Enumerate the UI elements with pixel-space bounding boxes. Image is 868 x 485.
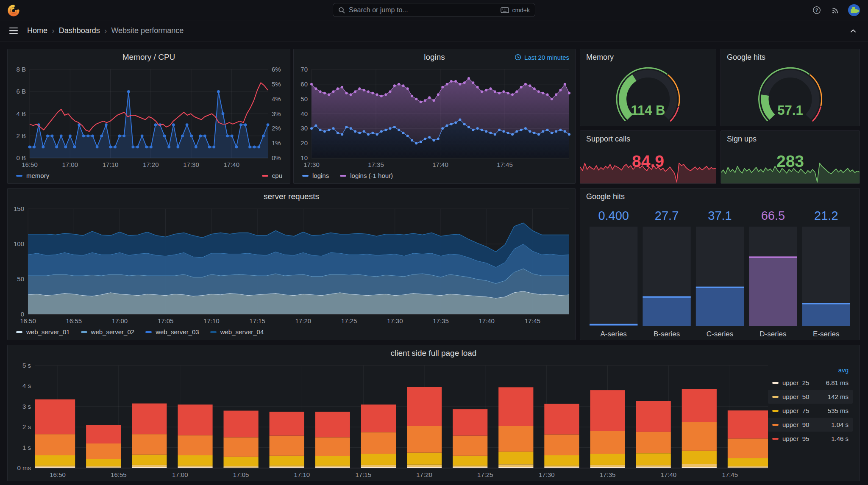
svg-text:17:00: 17:00 bbox=[62, 161, 78, 168]
grafana-logo[interactable] bbox=[7, 3, 20, 17]
sign-ups-chart[interactable]: 283 bbox=[721, 147, 860, 183]
svg-text:0.400: 0.400 bbox=[598, 209, 629, 222]
breadcrumb-dashboards[interactable]: Dashboards bbox=[59, 26, 100, 35]
legend-item[interactable]: web_server_02 bbox=[81, 328, 135, 335]
panel-title[interactable]: Support calls bbox=[586, 135, 630, 144]
divider bbox=[839, 25, 839, 36]
search-icon bbox=[338, 7, 345, 14]
legend-swatch bbox=[772, 396, 779, 398]
search-input[interactable]: Search or jump to... cmd+k bbox=[333, 3, 535, 17]
legend-label: logins (-1 hour) bbox=[350, 172, 393, 179]
svg-text:4 s: 4 s bbox=[22, 382, 31, 389]
panel-title[interactable]: Google hits bbox=[586, 192, 625, 201]
legend-item[interactable]: web_server_04 bbox=[210, 328, 264, 335]
svg-text:6 B: 6 B bbox=[16, 88, 26, 95]
svg-text:10: 10 bbox=[300, 154, 308, 161]
legend-label: upper_50 bbox=[782, 393, 809, 400]
legend-swatch bbox=[16, 175, 22, 177]
server-requests-chart[interactable]: 05010015016:5016:5517:0017:0517:1017:151… bbox=[8, 205, 575, 327]
legend-item[interactable]: cpu bbox=[262, 172, 282, 179]
legend-row[interactable]: upper_951.46 s bbox=[768, 432, 853, 446]
legend-label: upper_25 bbox=[782, 379, 809, 386]
legend-item[interactable]: memory bbox=[16, 172, 49, 179]
legend-swatch bbox=[340, 175, 346, 177]
svg-text:17:05: 17:05 bbox=[158, 317, 174, 324]
legend-swatch bbox=[16, 331, 22, 333]
page-load-chart[interactable]: 0 ms1 s2 s3 s4 s5 s16:5016:5517:0017:051… bbox=[8, 361, 860, 481]
breadcrumb-home[interactable]: Home bbox=[27, 26, 47, 35]
svg-text:17:20: 17:20 bbox=[295, 317, 312, 324]
svg-text:17:45: 17:45 bbox=[497, 161, 513, 168]
svg-text:16:50: 16:50 bbox=[50, 471, 66, 478]
rss-icon bbox=[831, 6, 840, 14]
panel-memory-gauge: Memory 114 B bbox=[580, 49, 716, 126]
svg-text:50: 50 bbox=[17, 275, 24, 283]
panel-server-requests: server requests 05010015016:5016:5517:00… bbox=[7, 188, 576, 340]
memory-cpu-chart[interactable]: 0 B2 B4 B6 B8 B0%1%2%3%4%5%6%16:5017:001… bbox=[8, 65, 290, 171]
panel-title[interactable]: logins bbox=[424, 53, 445, 62]
panel-title[interactable]: Memory / CPU bbox=[122, 53, 175, 62]
panel-title[interactable]: client side full page load bbox=[391, 349, 477, 358]
legend-swatch bbox=[145, 331, 152, 333]
time-range-badge[interactable]: Last 20 minutes bbox=[515, 49, 569, 65]
svg-text:57.1: 57.1 bbox=[777, 103, 803, 118]
svg-text:0: 0 bbox=[21, 310, 24, 318]
help-button[interactable]: ? bbox=[810, 3, 824, 17]
legend-label: web_server_04 bbox=[220, 328, 264, 335]
svg-text:1%: 1% bbox=[272, 139, 281, 147]
memory-gauge-chart[interactable]: 114 B bbox=[580, 65, 716, 126]
legend-swatch bbox=[81, 331, 87, 333]
logins-chart[interactable]: 1020304050607017:3017:3517:4017:45 bbox=[294, 65, 575, 171]
logins-legend: loginslogins (-1 hour) bbox=[294, 171, 575, 183]
legend-row[interactable]: upper_256.81 ms bbox=[768, 376, 853, 390]
legend-item[interactable]: logins bbox=[302, 172, 329, 179]
google-hits-gauge-chart[interactable]: 57.1 bbox=[721, 65, 860, 126]
breadcrumb-bar: Home › Dashboards › Website performance bbox=[0, 20, 868, 42]
time-range-label: Last 20 minutes bbox=[524, 54, 569, 61]
svg-text:70: 70 bbox=[300, 66, 308, 73]
panel-title[interactable]: Sign ups bbox=[727, 135, 757, 144]
svg-text:17:40: 17:40 bbox=[223, 161, 239, 168]
svg-text:17:10: 17:10 bbox=[203, 317, 220, 324]
panel-title[interactable]: Google hits bbox=[727, 53, 765, 62]
legend-value: 1.46 s bbox=[831, 435, 849, 442]
legend-row[interactable]: upper_901.04 s bbox=[768, 418, 853, 432]
shortcut-label: cmd+k bbox=[512, 7, 530, 14]
svg-text:50: 50 bbox=[300, 95, 308, 103]
svg-text:17:10: 17:10 bbox=[294, 471, 310, 478]
svg-text:B-series: B-series bbox=[654, 330, 680, 338]
panel-title[interactable]: server requests bbox=[264, 192, 319, 201]
legend-swatch bbox=[772, 438, 779, 440]
chevron-up-icon bbox=[849, 27, 857, 35]
panel-title[interactable]: Memory bbox=[586, 53, 614, 62]
svg-text:3 s: 3 s bbox=[22, 403, 31, 410]
svg-text:37.1: 37.1 bbox=[708, 209, 732, 222]
legend-value: 1.04 s bbox=[831, 421, 849, 428]
nav-actions: ? bbox=[810, 3, 861, 17]
svg-text:17:30: 17:30 bbox=[303, 161, 320, 168]
legend-item[interactable]: web_server_03 bbox=[145, 328, 199, 335]
google-hits-bars-chart[interactable]: 0.400A-series27.7B-series37.1C-series66.… bbox=[580, 205, 860, 340]
panel-logins: logins Last 20 minutes 1020304050607017:… bbox=[293, 49, 576, 184]
page-load-legend: avgupper_256.81 msupper_50142 msupper_75… bbox=[768, 364, 853, 446]
svg-text:5%: 5% bbox=[272, 80, 281, 88]
menu-toggle[interactable] bbox=[8, 26, 19, 36]
svg-text:17:40: 17:40 bbox=[479, 317, 495, 324]
news-button[interactable] bbox=[828, 3, 843, 17]
legend-item[interactable]: web_server_01 bbox=[16, 328, 70, 335]
legend-row[interactable]: upper_75535 ms bbox=[768, 404, 853, 418]
legend-label: upper_95 bbox=[782, 435, 809, 442]
legend-label: logins bbox=[312, 172, 329, 179]
legend-swatch bbox=[262, 175, 268, 177]
support-calls-chart[interactable]: 84.9 bbox=[580, 147, 716, 183]
legend-item[interactable]: logins (-1 hour) bbox=[340, 172, 393, 179]
breadcrumb: Home › Dashboards › Website performance bbox=[27, 26, 184, 36]
legend-label: upper_90 bbox=[782, 421, 809, 428]
svg-text:17:20: 17:20 bbox=[416, 471, 432, 478]
svg-text:A-series: A-series bbox=[601, 330, 627, 338]
user-avatar[interactable] bbox=[847, 3, 861, 17]
svg-text:150: 150 bbox=[14, 205, 24, 212]
legend-row[interactable]: upper_50142 ms bbox=[768, 390, 853, 404]
collapse-button[interactable] bbox=[846, 24, 860, 38]
search-placeholder: Search or jump to... bbox=[349, 6, 408, 14]
